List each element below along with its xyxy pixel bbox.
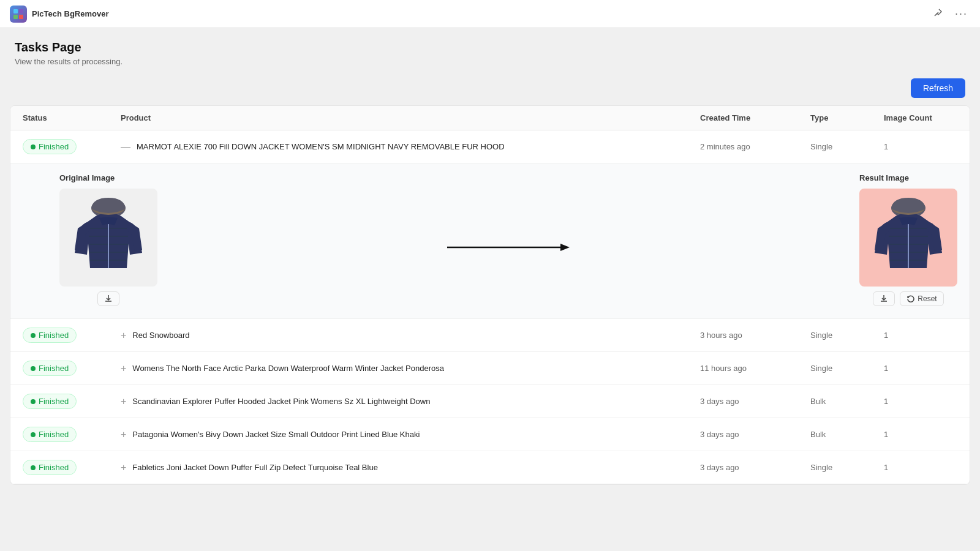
- type: Single: [810, 463, 884, 472]
- status-cell: Finished: [23, 460, 121, 475]
- col-image-count: Image Count: [884, 113, 957, 122]
- page-title-section: Tasks Page View the results of processin…: [0, 28, 980, 71]
- status-badge: Finished: [23, 427, 77, 442]
- status-label: Finished: [39, 430, 69, 439]
- product-name: Scandinavian Explorer Puffer Hooded Jack…: [132, 397, 430, 406]
- reset-label: Reset: [918, 294, 937, 303]
- created-time: 3 hours ago: [700, 331, 810, 340]
- app-title-group: PicTech BgRemover: [10, 6, 108, 23]
- type: Single: [810, 331, 884, 340]
- app-name-label: PicTech BgRemover: [32, 9, 108, 18]
- reset-icon: [907, 294, 915, 303]
- col-created-time: Created Time: [700, 113, 810, 122]
- page-subtitle: View the results of processing.: [15, 57, 965, 66]
- expand-icon[interactable]: +: [121, 330, 126, 341]
- status-cell: Finished: [23, 328, 121, 343]
- product-name: Red Snowboard: [132, 331, 189, 340]
- tasks-table: Status Product Created Time Type Image C…: [10, 105, 970, 485]
- collapse-icon[interactable]: —: [121, 141, 130, 152]
- table-header: Status Product Created Time Type Image C…: [10, 106, 970, 130]
- original-image-label: Original Image: [59, 173, 157, 182]
- status-dot: [31, 432, 36, 437]
- created-time: 2 minutes ago: [700, 142, 810, 151]
- table-row: Finished + Fabletics Joni Jacket Down Pu…: [10, 451, 970, 484]
- expand-icon[interactable]: +: [121, 363, 126, 374]
- type: Single: [810, 142, 884, 151]
- arrow-container: [157, 240, 859, 255]
- status-dot: [31, 399, 36, 404]
- status-badge: Finished: [23, 328, 77, 343]
- original-image-box: [59, 189, 157, 287]
- product-cell: + Fabletics Joni Jacket Down Puffer Full…: [121, 462, 700, 473]
- status-dot: [31, 144, 36, 149]
- expand-icon[interactable]: +: [121, 462, 126, 473]
- product-name: Fabletics Joni Jacket Down Puffer Full Z…: [132, 463, 378, 472]
- svg-rect-0: [13, 9, 18, 13]
- col-product: Product: [121, 113, 700, 122]
- expand-icon[interactable]: +: [121, 429, 126, 440]
- table-row: Finished + Red Snowboard 3 hours ago Sin…: [10, 319, 970, 352]
- expanded-labels-row: Original Image Result Image: [23, 173, 957, 182]
- status-cell: Finished: [23, 427, 121, 442]
- process-arrow: [447, 240, 570, 255]
- table-row-main[interactable]: Finished + Fabletics Joni Jacket Down Pu…: [10, 451, 970, 484]
- download-result-button[interactable]: [873, 291, 895, 306]
- status-cell: Finished: [23, 361, 121, 376]
- type: Single: [810, 364, 884, 373]
- refresh-button[interactable]: Refresh: [911, 78, 965, 98]
- more-menu-button[interactable]: ···: [952, 5, 970, 23]
- table-row-main[interactable]: Finished + Scandinavian Explorer Puffer …: [10, 385, 970, 418]
- status-cell: Finished: [23, 394, 121, 409]
- status-badge: Finished: [23, 394, 77, 409]
- product-name: Womens The North Face Arctic Parka Down …: [132, 364, 444, 373]
- download-icon: [104, 294, 113, 303]
- status-dot: [31, 366, 36, 371]
- status-badge: Finished: [23, 139, 77, 154]
- image-count: 1: [884, 331, 957, 340]
- image-count: 1: [884, 430, 957, 439]
- table-row-main[interactable]: Finished + Red Snowboard 3 hours ago Sin…: [10, 319, 970, 351]
- page-title: Tasks Page: [15, 40, 965, 54]
- col-type: Type: [810, 113, 884, 122]
- reset-button[interactable]: Reset: [900, 291, 943, 306]
- created-time: 3 days ago: [700, 430, 810, 439]
- created-time: 11 hours ago: [700, 364, 810, 373]
- jacket-result-svg: [869, 195, 948, 280]
- status-label: Finished: [39, 397, 69, 406]
- product-name: Patagonia Women's Bivy Down Jacket Size …: [132, 430, 420, 439]
- app-logo: [10, 6, 27, 23]
- status-label: Finished: [39, 142, 69, 151]
- table-row: Finished + Patagonia Women's Bivy Down J…: [10, 418, 970, 451]
- product-cell: — MARMOT ALEXIE 700 Fill DOWN JACKET WOM…: [121, 141, 700, 152]
- image-count: 1: [884, 463, 957, 472]
- status-label: Finished: [39, 331, 69, 340]
- product-name: MARMOT ALEXIE 700 Fill DOWN JACKET WOMEN…: [137, 142, 505, 151]
- image-count: 1: [884, 364, 957, 373]
- pin-button[interactable]: [930, 6, 945, 23]
- original-image-wrapper: [59, 189, 157, 306]
- svg-marker-12: [560, 244, 570, 251]
- expanded-content: Original Image Result Image: [10, 163, 970, 318]
- product-cell: + Womens The North Face Arctic Parka Dow…: [121, 363, 700, 374]
- result-image-box: [859, 189, 957, 287]
- expand-icon[interactable]: +: [121, 396, 126, 407]
- col-status: Status: [23, 113, 121, 122]
- svg-rect-2: [13, 15, 18, 19]
- image-count: 1: [884, 397, 957, 406]
- table-row-main[interactable]: Finished — MARMOT ALEXIE 700 Fill DOWN J…: [10, 130, 970, 163]
- type: Bulk: [810, 430, 884, 439]
- app-header: PicTech BgRemover ···: [0, 0, 980, 28]
- status-dot: [31, 333, 36, 338]
- status-label: Finished: [39, 463, 69, 472]
- table-row-main[interactable]: Finished + Womens The North Face Arctic …: [10, 352, 970, 384]
- type: Bulk: [810, 397, 884, 406]
- status-badge: Finished: [23, 361, 77, 376]
- table-row: Finished + Womens The North Face Arctic …: [10, 352, 970, 385]
- header-icons: ···: [930, 5, 970, 23]
- table-row-main[interactable]: Finished + Patagonia Women's Bivy Down J…: [10, 418, 970, 451]
- jacket-original-svg: [69, 195, 148, 280]
- download-result-icon: [880, 294, 888, 303]
- product-cell: + Red Snowboard: [121, 330, 700, 341]
- download-original-button[interactable]: [97, 291, 119, 306]
- product-cell: + Patagonia Women's Bivy Down Jacket Siz…: [121, 429, 700, 440]
